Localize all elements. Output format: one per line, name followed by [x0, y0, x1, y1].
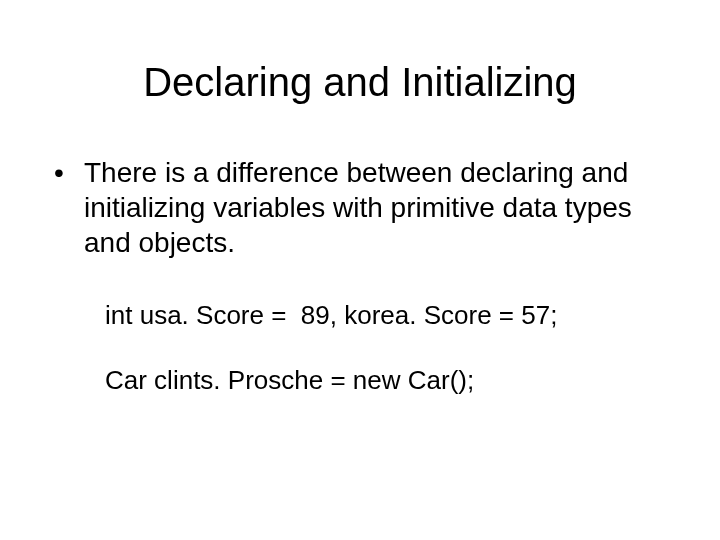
code-line-2: Car clints. Prosche = new Car();: [105, 365, 670, 396]
slide: Declaring and Initializing • There is a …: [0, 0, 720, 540]
slide-title: Declaring and Initializing: [50, 60, 670, 105]
bullet-marker: •: [50, 155, 84, 190]
code-line-1: int usa. Score = 89, korea. Score = 57;: [105, 300, 670, 331]
bullet-item: • There is a difference between declarin…: [50, 155, 670, 260]
bullet-text: There is a difference between declaring …: [84, 155, 670, 260]
